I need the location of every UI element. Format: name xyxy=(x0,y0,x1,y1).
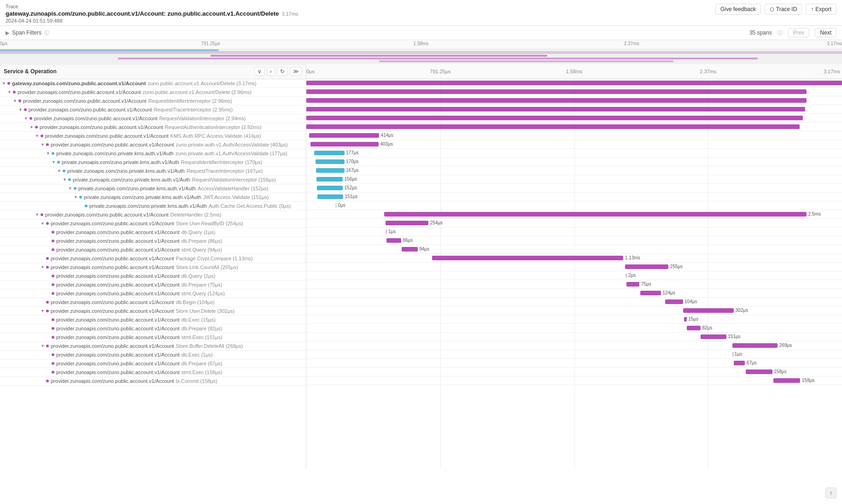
span-dot xyxy=(52,353,54,356)
scroll-to-top[interactable]: ↑ xyxy=(825,487,836,498)
span-filters: ▶ Span Filters ⓘ xyxy=(6,29,49,36)
timing-bar xyxy=(386,221,428,225)
span-row[interactable]: provider.zunoapis.com/zuno.public.accoun… xyxy=(0,351,306,359)
span-row[interactable]: ▼provider.zunoapis.com/zuno.public.accou… xyxy=(0,97,306,105)
span-toggle[interactable]: ▼ xyxy=(52,160,56,164)
span-service: provider.zunoapis.com/zuno.public.accoun… xyxy=(51,378,174,384)
span-dot xyxy=(52,318,54,321)
span-toggle[interactable]: ▼ xyxy=(41,344,45,348)
trace-id-label: Trace ID xyxy=(776,6,797,12)
span-row[interactable]: ▼provider.zunoapis.com/zuno.public.accou… xyxy=(0,342,306,351)
span-op: db.Exec (1μs) xyxy=(181,352,213,357)
span-row[interactable]: provider.zunoapis.com/zuno.public.accoun… xyxy=(0,316,306,324)
timing-value: 82μs xyxy=(702,325,712,330)
span-dot xyxy=(52,292,54,295)
span-toggle[interactable]: ▼ xyxy=(7,90,12,94)
span-row[interactable]: ▼provider.zunoapis.com/zuno.public.accou… xyxy=(0,132,306,141)
span-row[interactable]: ▼provider.zunoapis.com/zuno.public.accou… xyxy=(0,88,306,97)
span-row[interactable]: provider.zunoapis.com/zuno.public.accoun… xyxy=(0,237,306,246)
timeline-chart xyxy=(0,48,842,65)
span-row[interactable]: provider.zunoapis.com/zuno.public.accoun… xyxy=(0,368,306,377)
collapse-button[interactable]: ↻ xyxy=(277,67,288,76)
collapse-all-button[interactable]: ∨ xyxy=(254,67,265,76)
feedback-button[interactable]: Give feedback xyxy=(715,4,761,15)
filter-bar: ▶ Span Filters ⓘ 35 spans ⓘ Prev Next xyxy=(0,26,842,40)
span-op: tx.Commit (158μs) xyxy=(176,378,217,384)
span-row[interactable]: provider.zunoapis.com/zuno.public.accoun… xyxy=(0,289,306,298)
more-button[interactable]: ≫ xyxy=(290,67,302,76)
span-op: RequestAuthenticationInterceptor (2.92ms… xyxy=(165,124,262,130)
expand-button[interactable]: › xyxy=(267,67,275,76)
span-row[interactable]: ▼private.zunoapis.com/zuno.private.kms.a… xyxy=(0,184,306,193)
span-toggle[interactable]: ▼ xyxy=(41,309,45,313)
span-row[interactable]: provider.zunoapis.com/zuno.public.accoun… xyxy=(0,377,306,386)
timing-column: 0μs 791.25μs 1.58ms 2.37ms 3.17ms 414μs4… xyxy=(306,64,842,469)
prev-button[interactable]: Prev xyxy=(788,28,810,37)
span-toggle[interactable]: ▼ xyxy=(68,186,73,191)
timing-bar xyxy=(773,378,800,383)
span-toggle[interactable]: ▼ xyxy=(74,195,78,199)
span-row[interactable]: provider.zunoapis.com/zuno.public.accoun… xyxy=(0,298,306,307)
span-row[interactable]: provider.zunoapis.com/zuno.public.accoun… xyxy=(0,359,306,368)
timing-bar xyxy=(310,142,379,147)
span-row[interactable]: ▼private.zunoapis.com/zuno.private.kms.a… xyxy=(0,176,306,184)
span-dot xyxy=(74,187,76,190)
timing-bar xyxy=(640,291,661,295)
span-op: stmt.Exec (158μs) xyxy=(181,369,222,375)
span-dot xyxy=(46,222,49,225)
span-row[interactable]: ▼provider.zunoapis.com/zuno.public.accou… xyxy=(0,114,306,123)
span-row[interactable]: provider.zunoapis.com/zuno.public.accoun… xyxy=(0,281,306,289)
span-dot xyxy=(46,143,49,146)
span-dot xyxy=(18,100,21,102)
span-toggle[interactable]: ▼ xyxy=(41,221,45,226)
span-row[interactable]: provider.zunoapis.com/zuno.public.accoun… xyxy=(0,272,306,281)
span-row[interactable]: provider.zunoapis.com/zuno.public.accoun… xyxy=(0,324,306,333)
timing-value: 1μs xyxy=(388,229,396,234)
span-toggle[interactable]: ▼ xyxy=(13,99,18,103)
span-row[interactable]: ▼provider.zunoapis.com/zuno.public.accou… xyxy=(0,219,306,228)
span-row[interactable]: ▼provider.zunoapis.com/zuno.public.accou… xyxy=(0,105,306,114)
timing-row: 1.13ms xyxy=(306,254,842,263)
timing-bar xyxy=(701,334,726,339)
next-button[interactable]: Next xyxy=(815,28,836,37)
span-row[interactable]: ▼private.zunoapis.com/zuno.private.kms.a… xyxy=(0,149,306,158)
span-toggle[interactable]: ▼ xyxy=(18,107,23,112)
span-row[interactable]: ▼provider.zunoapis.com/zuno.public.accou… xyxy=(0,263,306,272)
span-toggle[interactable]: ▼ xyxy=(63,177,67,182)
span-toggle[interactable]: ▼ xyxy=(57,169,62,173)
span-toggle[interactable]: ▼ xyxy=(35,212,40,217)
timing-bar xyxy=(683,308,734,313)
span-toggle[interactable]: ▼ xyxy=(2,81,6,86)
trace-icon: ⬡ xyxy=(770,6,774,12)
span-op: db.Exec (15μs) xyxy=(181,317,216,322)
top-section: Trace gateway.zunoapis.com/zuno.public.a… xyxy=(0,0,842,26)
span-toggle[interactable]: ▼ xyxy=(46,151,51,156)
span-toggle[interactable]: ▼ xyxy=(41,265,45,270)
span-row[interactable]: ▼private.zunoapis.com/zuno.private.kms.a… xyxy=(0,167,306,176)
span-row[interactable]: provider.zunoapis.com/zuno.public.accoun… xyxy=(0,228,306,237)
timing-label-2: 1.58ms xyxy=(566,69,582,74)
span-toggle[interactable]: ▼ xyxy=(24,116,29,121)
span-service: provider.zunoapis.com/zuno.public.accoun… xyxy=(23,98,146,104)
span-row[interactable]: ▼private.zunoapis.com/zuno.private.kms.a… xyxy=(0,193,306,202)
timing-bar xyxy=(386,229,386,234)
span-service: private.zunoapis.com/zuno.private.kms.au… xyxy=(67,168,185,174)
span-row[interactable]: ▼provider.zunoapis.com/zuno.public.accou… xyxy=(0,141,306,149)
span-row[interactable]: ▼private.zunoapis.com/zuno.private.kms.a… xyxy=(0,158,306,167)
trace-id-button[interactable]: ⬡ Trace ID xyxy=(765,4,802,15)
span-row[interactable]: ▼gateway.zunoapis.com/zuno.public.accoun… xyxy=(0,79,306,88)
span-toggle[interactable]: ▼ xyxy=(29,125,34,129)
span-toggle[interactable]: ▼ xyxy=(41,142,45,147)
span-row[interactable]: ▼provider.zunoapis.com/zuno.public.accou… xyxy=(0,307,306,316)
timing-row: 158μs xyxy=(306,368,842,376)
span-row[interactable]: ▼provider.zunoapis.com/zuno.public.accou… xyxy=(0,123,306,132)
span-row[interactable]: private.zunoapis.com/zuno.private.kms.au… xyxy=(0,202,306,211)
span-row[interactable]: ▼provider.zunoapis.com/zuno.public.accou… xyxy=(0,211,306,219)
span-op: DeleteHandler (2.5ms) xyxy=(170,212,222,217)
span-row[interactable]: provider.zunoapis.com/zuno.public.accoun… xyxy=(0,333,306,342)
span-row[interactable]: provider.zunoapis.com/zuno.public.accoun… xyxy=(0,246,306,254)
span-toggle[interactable]: ▼ xyxy=(35,134,40,138)
export-button[interactable]: ↑ Export xyxy=(806,4,836,15)
span-op: KMS.Auth.RPC.Access.Validate (414μs) xyxy=(170,133,261,139)
span-row[interactable]: provider.zunoapis.com/zuno.public.accoun… xyxy=(0,254,306,263)
